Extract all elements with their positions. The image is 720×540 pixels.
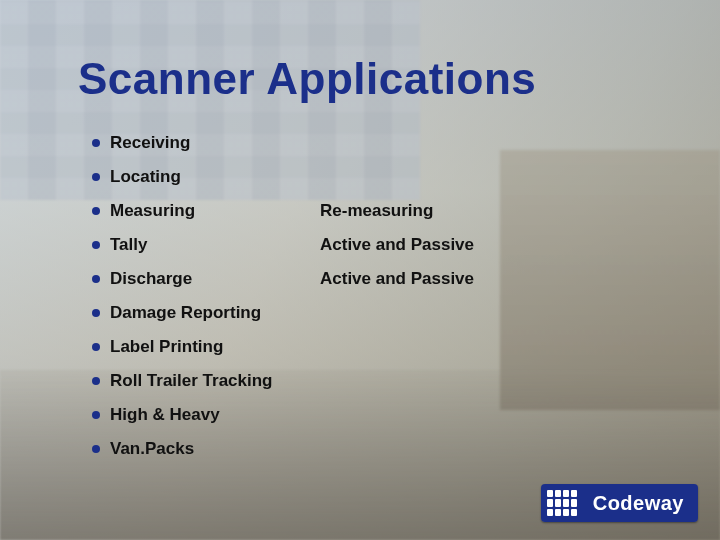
list-item-label: Roll Trailer Tracking [110,371,320,391]
bullet-icon [92,241,100,249]
slide: Scanner Applications Receiving Locating … [0,0,720,540]
list-item: High & Heavy [92,398,612,432]
list-item-label: Discharge [110,269,320,289]
bullet-icon [92,445,100,453]
logo-text: Codeway [583,484,698,522]
bullet-icon [92,275,100,283]
page-title: Scanner Applications [78,54,536,104]
list-item-label: Van.Packs [110,439,320,459]
list-item-label: High & Heavy [110,405,320,425]
bullet-icon [92,411,100,419]
brand-logo: Codeway [541,484,698,522]
list-item-label: Label Printing [110,337,320,357]
list-item-label: Damage Reporting [110,303,320,323]
logo-mark-icon [541,484,583,522]
list-item-label: Measuring [110,201,320,221]
list-item: Tally Active and Passive [92,228,612,262]
list-item-label: Receiving [110,133,320,153]
bullet-list: Receiving Locating Measuring Re-measurin… [92,126,612,466]
list-item: Discharge Active and Passive [92,262,612,296]
list-item: Van.Packs [92,432,612,466]
list-item-label: Tally [110,235,320,255]
bullet-icon [92,207,100,215]
list-item-desc: Active and Passive [320,269,474,289]
list-item: Damage Reporting [92,296,612,330]
list-item: Roll Trailer Tracking [92,364,612,398]
list-item-desc: Re-measuring [320,201,433,221]
bullet-icon [92,377,100,385]
list-item-desc: Active and Passive [320,235,474,255]
list-item: Label Printing [92,330,612,364]
bullet-icon [92,139,100,147]
list-item: Locating [92,160,612,194]
list-item-label: Locating [110,167,320,187]
bullet-icon [92,309,100,317]
bullet-icon [92,343,100,351]
list-item: Measuring Re-measuring [92,194,612,228]
list-item: Receiving [92,126,612,160]
bullet-icon [92,173,100,181]
